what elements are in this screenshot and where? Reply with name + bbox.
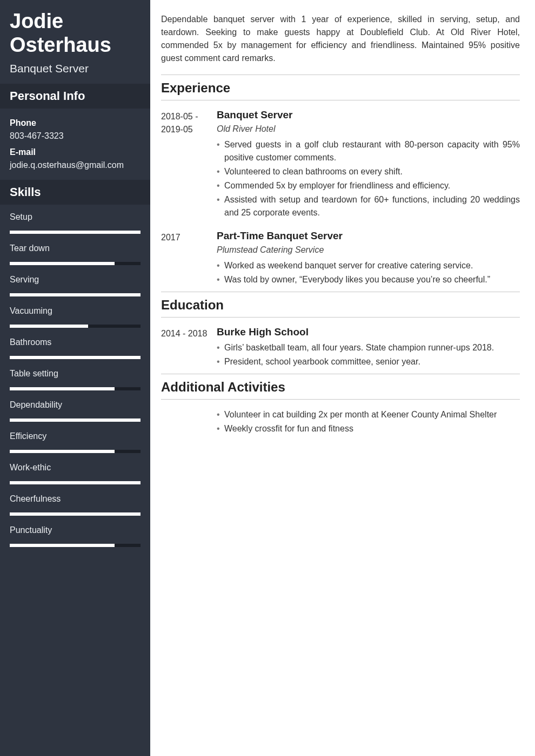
activities-heading: Additional Activities [161,374,520,400]
job-title: Banquet Server [10,62,141,75]
entry-dates: 2017 [161,230,217,287]
experience-heading: Experience [161,75,520,100]
entry-subtitle: Old River Hotel [217,124,520,134]
activity-bullet: Volunteer in cat building 2x per month a… [217,408,520,421]
skill-bar [10,262,141,265]
skill-fill [10,262,115,265]
entry-title: Part-Time Banquet Server [217,230,520,242]
skill-bar [10,450,141,453]
skill-label: Efficiency [10,431,141,441]
entry: 2014 - 2018Burke High SchoolGirls’ baske… [161,326,520,369]
skill-bar [10,387,141,390]
skill-label: Dependability [10,400,141,410]
skill-item: Dependability [10,400,141,422]
personal-info-heading: Personal Info [0,84,150,109]
education-list: 2014 - 2018Burke High SchoolGirls’ baske… [161,326,520,369]
skill-label: Tear down [10,244,141,253]
entry: 2017Part-Time Banquet ServerPlumstead Ca… [161,230,520,287]
skill-label: Cheerfulness [10,494,141,504]
skill-fill [10,544,115,547]
skill-label: Vacuuming [10,306,141,316]
entry-title: Banquet Server [217,109,520,121]
skill-bar [10,231,141,234]
entry-bullet: Girls’ basketball team, all four years. … [217,341,520,354]
sidebar: Jodie Osterhaus Banquet Server Personal … [0,0,150,756]
name-block: Jodie Osterhaus Banquet Server [0,0,150,84]
skill-item: Bathrooms [10,338,141,359]
skill-fill [10,293,141,296]
skill-bar [10,356,141,359]
skill-bar [10,544,141,547]
skill-item: Efficiency [10,431,141,453]
activities-entry: Volunteer in cat building 2x per month a… [161,408,520,436]
entry-bullets: Worked as weekend banquet server for cre… [217,259,520,286]
entry-body: Part-Time Banquet ServerPlumstead Cateri… [217,230,520,287]
entry-bullet: Volunteered to clean bathrooms on every … [217,165,520,178]
skill-item: Punctuality [10,525,141,547]
email-label: E-mail [10,147,141,157]
skill-label: Bathrooms [10,338,141,347]
entry-bullet: Served guests in a golf club restaurant … [217,138,520,164]
entry-bullet: Commended 5x by employer for friendlines… [217,179,520,192]
person-name: Jodie Osterhaus [10,10,141,57]
skill-fill [10,450,115,453]
skill-bar [10,481,141,484]
skill-label: Setup [10,212,141,222]
skill-bar [10,325,141,328]
phone-label: Phone [10,118,141,128]
entry-bullet: President, school yearbook committee, se… [217,355,520,368]
skill-fill [10,325,88,328]
entry-bullets: Served guests in a golf club restaurant … [217,138,520,219]
skill-label: Table setting [10,369,141,379]
skill-item: Vacuuming [10,306,141,328]
skill-fill [10,418,141,422]
entry-bullet: Worked as weekend banquet server for cre… [217,259,520,272]
entry-title: Burke High School [217,326,520,338]
email-value: jodie.q.osterhaus@gmail.com [10,160,141,170]
skill-item: Serving [10,275,141,296]
skill-fill [10,481,141,484]
skill-fill [10,231,141,234]
skill-item: Setup [10,212,141,234]
entry-bullets: Girls’ basketball team, all four years. … [217,341,520,368]
skills-heading: Skills [0,180,150,205]
summary: Dependable banquet server with 1 year of… [161,13,520,65]
activity-bullet: Weekly crossfit for fun and fitness [217,422,520,435]
activities-bullets: Volunteer in cat building 2x per month a… [217,408,520,435]
entry-dates: 2014 - 2018 [161,326,217,369]
entry-bullet: Assisted with setup and teardown for 60+… [217,193,520,219]
skill-fill [10,387,115,390]
entry: 2018-05 - 2019-05Banquet ServerOld River… [161,109,520,220]
skill-item: Cheerfulness [10,494,141,516]
skill-item: Table setting [10,369,141,390]
skill-item: Work-ethic [10,463,141,484]
main-content: Dependable banquet server with 1 year of… [150,0,535,756]
activities-body: Volunteer in cat building 2x per month a… [217,408,520,436]
skill-bar [10,418,141,422]
skill-label: Serving [10,275,141,285]
skill-item: Tear down [10,244,141,265]
entry-body: Banquet ServerOld River HotelServed gues… [217,109,520,220]
education-heading: Education [161,292,520,318]
skill-bar [10,512,141,516]
personal-info-body: Phone 803-467-3323 E-mail jodie.q.osterh… [0,109,150,180]
entry-body: Burke High SchoolGirls’ basketball team,… [217,326,520,369]
activities-dates [161,408,217,436]
skill-bar [10,293,141,296]
skills-body: SetupTear downServingVacuumingBathroomsT… [0,205,150,557]
experience-list: 2018-05 - 2019-05Banquet ServerOld River… [161,109,520,287]
skill-fill [10,356,141,359]
entry-bullet: Was told by owner, “Everybody likes you … [217,273,520,286]
skill-label: Punctuality [10,525,141,535]
entry-subtitle: Plumstead Catering Service [217,245,520,255]
skill-fill [10,512,141,516]
phone-value: 803-467-3323 [10,131,141,141]
skill-label: Work-ethic [10,463,141,473]
entry-dates: 2018-05 - 2019-05 [161,109,217,220]
